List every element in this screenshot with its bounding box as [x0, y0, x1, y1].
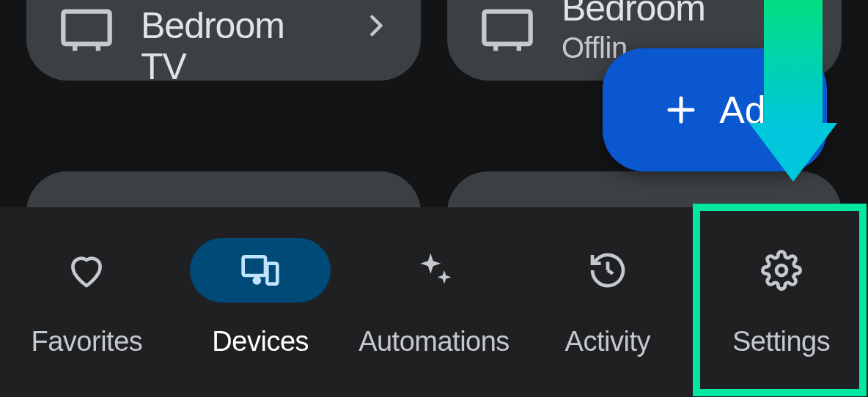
- history-icon: [587, 250, 628, 291]
- plus-icon: [663, 92, 699, 127]
- svg-point-13: [776, 265, 787, 275]
- device-card-master-bedroom-tv[interactable]: Master Bedroom TV: [26, 0, 421, 81]
- devices-icon: [240, 250, 281, 291]
- svg-rect-0: [63, 12, 109, 44]
- add-label: Ad: [719, 88, 766, 132]
- svg-line-12: [608, 270, 613, 274]
- nav-icon-wrap: [537, 238, 678, 303]
- nav-icon-wrap: [16, 238, 157, 303]
- nav-activity[interactable]: Activity: [521, 238, 694, 357]
- device-text: Master Bedroom TV: [141, 0, 336, 87]
- svg-rect-3: [484, 12, 530, 44]
- tv-icon: [479, 2, 535, 49]
- nav-devices[interactable]: Devices: [174, 238, 347, 357]
- nav-favorites[interactable]: Favorites: [0, 238, 174, 357]
- warning-triangle-icon: [770, 0, 809, 18]
- bottom-nav: Favorites Devices Automations: [0, 207, 868, 397]
- svg-rect-9: [268, 264, 278, 284]
- svg-rect-8: [243, 256, 265, 275]
- device-name-line2: Bedroom TV: [141, 5, 336, 87]
- nav-icon-wrap: [190, 238, 331, 303]
- nav-label: Devices: [212, 326, 309, 357]
- sparkle-icon: [413, 250, 455, 291]
- nav-label: Automations: [358, 326, 510, 357]
- nav-automations[interactable]: Automations: [347, 238, 521, 357]
- nav-settings[interactable]: Settings: [694, 238, 868, 357]
- heart-icon: [66, 250, 107, 291]
- tv-icon: [59, 2, 114, 49]
- add-button[interactable]: Ad: [603, 48, 827, 171]
- device-name-line1: Master: [141, 0, 336, 5]
- nav-label: Activity: [565, 326, 650, 357]
- nav-icon-wrap: [364, 238, 504, 303]
- nav-label: Settings: [732, 326, 830, 357]
- chevron-right-icon: [362, 12, 389, 39]
- nav-label: Favorites: [32, 326, 143, 357]
- gear-icon: [761, 250, 802, 291]
- svg-point-10: [254, 278, 260, 283]
- nav-icon-wrap: [711, 238, 852, 303]
